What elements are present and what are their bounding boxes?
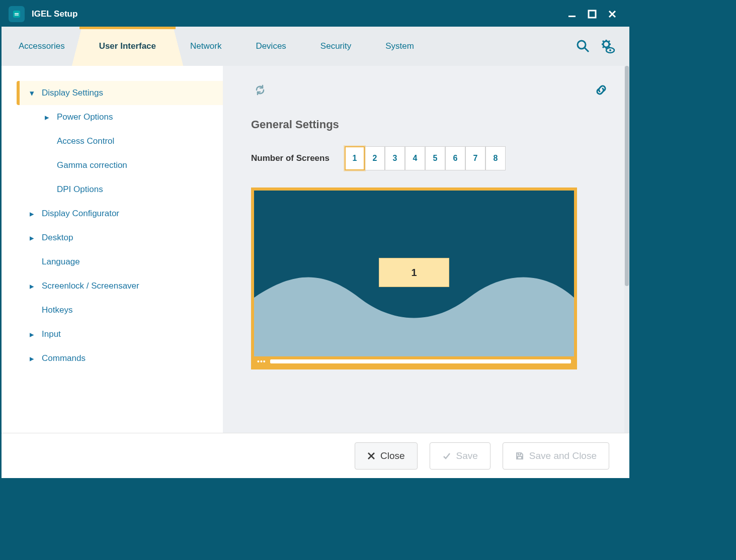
sidebar: ▾ Display Settings ▸ Power Options ▸ Acc… — [2, 66, 223, 433]
body: ▾ Display Settings ▸ Power Options ▸ Acc… — [2, 66, 629, 433]
refresh-button[interactable] — [251, 81, 269, 99]
tab-bar: Accessories User Interface Network Devic… — [2, 27, 629, 66]
button-label: Save and Close — [529, 450, 597, 461]
number-of-screens-label: Number of Screens — [251, 153, 345, 163]
sidebar-item-power-options[interactable]: ▸ Power Options — [17, 105, 223, 129]
close-window-button[interactable] — [602, 4, 622, 24]
sidebar-item-label: DPI Options — [57, 184, 103, 195]
save-icon — [515, 451, 524, 460]
sidebar-item-label: Input — [42, 329, 61, 339]
app-icon — [9, 6, 25, 22]
screen-option-5[interactable]: 5 — [425, 146, 445, 170]
content-scrollbar[interactable] — [624, 66, 629, 433]
link-button[interactable] — [592, 81, 610, 99]
screen-option-4[interactable]: 4 — [405, 146, 425, 170]
search-button[interactable] — [571, 27, 595, 66]
sidebar-item-commands[interactable]: ▸ Commands — [17, 346, 223, 370]
sidebar-item-hotkeys[interactable]: ▸ Hotkeys — [17, 298, 223, 322]
svg-rect-3 — [568, 16, 576, 17]
refresh-icon — [254, 83, 267, 97]
sidebar-item-label: Gamma correction — [57, 160, 127, 170]
sidebar-item-label: Power Options — [57, 112, 113, 122]
screen-option-8[interactable]: 8 — [485, 146, 506, 170]
caret-right-icon: ▸ — [37, 112, 57, 123]
sidebar-item-label: Hotkeys — [42, 305, 72, 315]
settings-wizard-button[interactable] — [595, 27, 619, 66]
close-icon — [367, 452, 375, 460]
tab-security[interactable]: Security — [303, 27, 368, 66]
svg-rect-2 — [15, 15, 19, 16]
tab-label: System — [385, 41, 414, 51]
tab-devices[interactable]: Devices — [238, 27, 303, 66]
sidebar-item-label: Commands — [42, 353, 86, 363]
footer: Close Save Save and Close — [2, 433, 629, 478]
tab-label: Devices — [256, 41, 286, 51]
sidebar-item-screenlock-screensaver[interactable]: ▸ Screenlock / Screensaver — [17, 274, 223, 298]
sidebar-item-input[interactable]: ▸ Input — [17, 322, 223, 346]
svg-rect-1 — [15, 13, 19, 14]
screen-count-buttons: 1 2 3 4 5 6 7 8 — [345, 146, 506, 170]
save-button[interactable]: Save — [430, 442, 490, 470]
sidebar-item-label: Access Control — [57, 136, 114, 146]
scrollbar-thumb[interactable] — [625, 66, 629, 286]
caret-right-icon: ▸ — [22, 329, 42, 340]
screen-option-7[interactable]: 7 — [465, 146, 485, 170]
window-title: IGEL Setup — [32, 9, 77, 19]
sidebar-item-dpi-options[interactable]: ▸ DPI Options — [17, 177, 223, 202]
sidebar-item-desktop[interactable]: ▸ Desktop — [17, 226, 223, 250]
save-and-close-button[interactable]: Save and Close — [503, 442, 609, 470]
close-button[interactable]: Close — [355, 442, 418, 470]
gear-eye-icon — [599, 38, 615, 54]
caret-right-icon: ▸ — [22, 353, 42, 364]
sidebar-item-label: Display Configurator — [42, 209, 119, 219]
caret-right-icon: ▸ — [22, 233, 42, 243]
tab-user-interface[interactable]: User Interface — [82, 27, 173, 66]
svg-point-6 — [603, 41, 609, 47]
screen-layout-preview[interactable]: 1 ••• — [251, 188, 577, 369]
tab-label: User Interface — [99, 41, 156, 51]
sidebar-item-access-control[interactable]: ▸ Access Control — [17, 129, 223, 153]
minimize-button[interactable] — [562, 4, 582, 24]
link-icon — [594, 83, 608, 97]
taskbar-bar — [270, 359, 571, 363]
sidebar-item-label: Language — [42, 257, 80, 267]
caret-right-icon: ▸ — [22, 281, 42, 292]
sidebar-item-label: Desktop — [42, 233, 73, 243]
screen-option-3[interactable]: 3 — [385, 146, 405, 170]
sidebar-item-gamma-correction[interactable]: ▸ Gamma correction — [17, 153, 223, 177]
screen-option-1[interactable]: 1 — [345, 146, 365, 170]
svg-point-5 — [578, 41, 586, 49]
caret-down-icon: ▾ — [22, 88, 42, 99]
svg-rect-9 — [518, 453, 521, 455]
screen-chip-1[interactable]: 1 — [379, 258, 449, 287]
tab-system[interactable]: System — [368, 27, 431, 66]
screen-chip-label: 1 — [411, 267, 417, 278]
sidebar-item-label: Display Settings — [42, 88, 103, 98]
screen-option-2[interactable]: 2 — [365, 146, 385, 170]
sidebar-item-display-settings[interactable]: ▾ Display Settings — [17, 81, 223, 105]
svg-rect-4 — [589, 11, 596, 18]
tab-network[interactable]: Network — [173, 27, 238, 66]
content-toolbar — [251, 81, 610, 99]
tab-label: Security — [320, 41, 351, 51]
svg-rect-0 — [13, 11, 20, 18]
sidebar-item-language[interactable]: ▸ Language — [17, 250, 223, 274]
titlebar: IGEL Setup — [2, 2, 629, 27]
taskbar-dots-icon: ••• — [257, 357, 266, 365]
tab-accessories[interactable]: Accessories — [2, 27, 82, 66]
app-window: IGEL Setup Accessories User Interface Ne… — [2, 2, 629, 478]
content-pane: General Settings Number of Screens 1 2 3… — [223, 66, 629, 433]
maximize-button[interactable] — [582, 4, 602, 24]
preview-taskbar: ••• — [254, 356, 574, 366]
svg-rect-10 — [518, 456, 522, 459]
screen-option-6[interactable]: 6 — [445, 146, 465, 170]
section-title: General Settings — [251, 118, 610, 131]
search-icon — [576, 39, 591, 54]
sidebar-item-display-configurator[interactable]: ▸ Display Configurator — [17, 202, 223, 226]
button-label: Close — [380, 450, 405, 461]
svg-point-8 — [609, 49, 611, 51]
check-icon — [442, 451, 451, 460]
tab-label: Network — [190, 41, 221, 51]
sidebar-item-label: Screenlock / Screensaver — [42, 281, 139, 291]
button-label: Save — [456, 450, 478, 461]
